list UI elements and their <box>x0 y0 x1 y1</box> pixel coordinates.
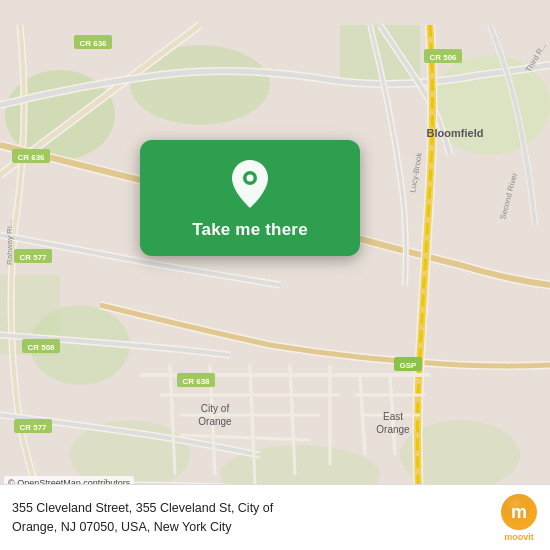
address-text: 355 Cleveland Street, 355 Cleveland St, … <box>12 499 500 535</box>
svg-text:Bloomfield: Bloomfield <box>427 127 484 139</box>
location-pin-icon <box>228 158 272 210</box>
svg-text:Orange: Orange <box>376 424 410 435</box>
svg-point-60 <box>247 175 254 182</box>
svg-text:CR 508: CR 508 <box>27 343 55 352</box>
info-bar: 355 Cleveland Street, 355 Cleveland St, … <box>0 484 550 550</box>
take-me-there-button[interactable]: Take me there <box>140 140 360 256</box>
svg-text:City of: City of <box>201 403 230 414</box>
svg-text:CR 636: CR 636 <box>17 153 45 162</box>
svg-text:Rahway Ri...: Rahway Ri... <box>5 220 14 265</box>
svg-text:CR 636: CR 636 <box>79 39 107 48</box>
address-line2: Orange, NJ 07050, USA, New York City <box>12 520 232 534</box>
moovit-logo: m moovit <box>500 493 538 542</box>
map-container: CR 636 CR 506 CR 636 CR 577 CR 508 CR 57… <box>0 0 550 550</box>
svg-text:CR 577: CR 577 <box>19 423 47 432</box>
button-label: Take me there <box>192 220 308 240</box>
svg-text:CR 638: CR 638 <box>182 377 210 386</box>
svg-text:m: m <box>511 502 527 522</box>
address-line1: 355 Cleveland Street, 355 Cleveland St, … <box>12 501 273 515</box>
svg-text:CR 506: CR 506 <box>429 53 457 62</box>
map-background: CR 636 CR 506 CR 636 CR 577 CR 508 CR 57… <box>0 0 550 550</box>
svg-text:Orange: Orange <box>198 416 232 427</box>
svg-text:East: East <box>383 411 403 422</box>
svg-text:CR 577: CR 577 <box>19 253 47 262</box>
moovit-logo-icon: m <box>500 493 538 531</box>
svg-text:GSP: GSP <box>400 361 418 370</box>
